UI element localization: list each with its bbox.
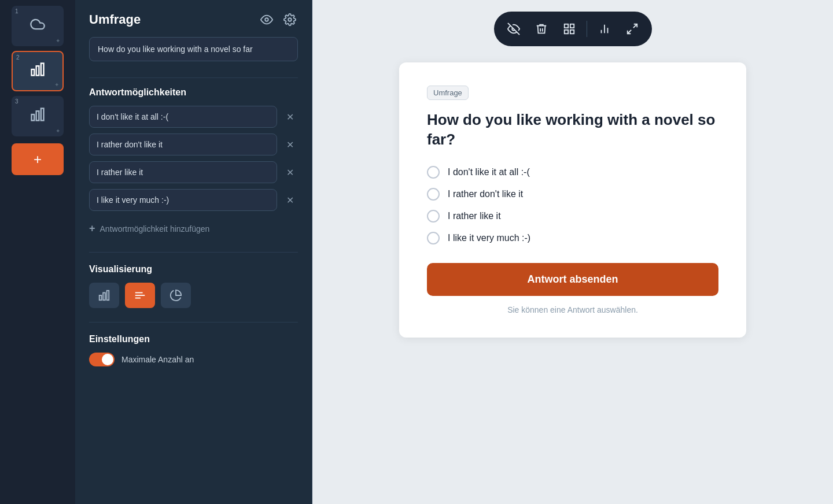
preview-option-4[interactable]: I like it very much :-) — [427, 232, 718, 244]
slide-cloud-icon — [30, 16, 46, 36]
slide-num-3: 3 — [15, 98, 19, 105]
add-answer-plus-icon: + — [89, 223, 95, 235]
viz-horizontal-bar-button[interactable] — [125, 283, 155, 308]
svg-line-22 — [633, 24, 636, 28]
answer-input-4[interactable] — [89, 189, 277, 211]
preview-option-text-2: I rather don't like it — [448, 189, 523, 199]
drag-handle-1: ✦ — [56, 38, 60, 44]
svg-rect-0 — [32, 69, 35, 76]
answers-section-title: Antwortmöglichkeiten — [89, 87, 298, 98]
divider-1 — [89, 77, 298, 78]
add-answer-label: Antwortmöglichkeit hinzufügen — [100, 224, 210, 234]
preview-option-text-1: I don't like it at all :-( — [448, 167, 530, 177]
preview-tag: Umfrage — [427, 86, 469, 100]
answer-input-2[interactable] — [89, 134, 277, 155]
viz-section-title: Visualisierung — [89, 264, 298, 275]
submit-button[interactable]: Antwort absenden — [427, 263, 718, 296]
slide-item-1[interactable]: 1 ✦ — [12, 6, 64, 46]
toggle-knob — [102, 354, 113, 365]
slide-item-2[interactable]: 2 ✦ — [12, 51, 64, 91]
preview-option-text-4: I like it very much :-) — [448, 233, 530, 243]
radio-circle-3 — [427, 210, 440, 223]
submit-hint: Sie können eine Antwort auswählen. — [427, 305, 718, 314]
hide-toolbar-button[interactable] — [501, 16, 526, 42]
radio-circle-4 — [427, 232, 440, 244]
remove-answer-4-button[interactable]: ✕ — [282, 192, 298, 208]
drag-handle-3: ✦ — [56, 128, 60, 134]
gear-button[interactable] — [282, 12, 298, 28]
slide-num-1: 1 — [15, 8, 19, 14]
svg-rect-8 — [99, 295, 102, 300]
main-content: Umfrage How do you like working with a n… — [312, 0, 833, 504]
svg-line-23 — [627, 30, 631, 34]
preview-option-2[interactable]: I rather don't like it — [427, 188, 718, 201]
svg-rect-5 — [41, 109, 44, 121]
slide-item-3[interactable]: 3 ✦ — [12, 96, 64, 136]
expand-toolbar-button[interactable] — [620, 16, 645, 42]
preview-option-3[interactable]: I rather like it — [427, 210, 718, 223]
remove-answer-1-button[interactable]: ✕ — [282, 109, 298, 125]
preview-options: I don't like it at all :-( I rather don'… — [427, 166, 718, 244]
viz-pie-chart-button[interactable] — [161, 283, 191, 308]
settings-panel: Umfrage Antwortmöglichkeiten ✕ ✕ ✕ ✕ — [75, 0, 312, 504]
toolbar-bar — [494, 12, 652, 46]
viz-section: Visualisierung — [89, 264, 298, 317]
settings-row-1: Maximale Anzahl an — [89, 353, 298, 366]
slide-num-2: 2 — [16, 54, 20, 61]
answer-item-2: ✕ — [89, 134, 298, 155]
viz-button-group — [89, 283, 298, 308]
svg-rect-3 — [32, 114, 35, 121]
slide-chart-icon-3 — [30, 106, 46, 126]
eye-button[interactable] — [259, 12, 275, 28]
preview-option-1[interactable]: I don't like it at all :-( — [427, 166, 718, 179]
svg-rect-18 — [564, 30, 567, 34]
panel-icon-group — [259, 12, 298, 28]
remove-answer-2-button[interactable]: ✕ — [282, 136, 298, 153]
divider-3 — [89, 322, 298, 323]
sidebar: 1 ✦ 2 ✦ 3 ✦ + — [0, 0, 75, 504]
svg-point-7 — [288, 18, 292, 21]
svg-rect-2 — [41, 64, 44, 76]
settings-section-title: Einstellungen — [89, 334, 298, 344]
add-answer-button[interactable]: + Antwortmöglichkeit hinzufügen — [89, 219, 298, 238]
svg-rect-9 — [103, 292, 105, 300]
radio-circle-2 — [427, 188, 440, 201]
radio-circle-1 — [427, 166, 440, 179]
settings-section: Einstellungen Maximale Anzahl an — [89, 334, 298, 366]
panel-header: Umfrage — [89, 12, 298, 28]
answer-list: ✕ ✕ ✕ ✕ — [89, 106, 298, 211]
chart-toolbar-button[interactable] — [592, 16, 617, 42]
preview-card: Umfrage How do you like working with a n… — [399, 62, 746, 338]
svg-rect-10 — [107, 291, 109, 301]
slide-chart-icon-2 — [30, 61, 46, 81]
svg-point-6 — [265, 18, 268, 21]
toolbar-divider — [587, 21, 587, 37]
svg-rect-15 — [564, 24, 567, 28]
add-slide-button[interactable]: + — [12, 143, 64, 175]
remove-answer-3-button[interactable]: ✕ — [282, 164, 298, 180]
viz-bar-chart-button[interactable] — [89, 283, 119, 308]
drag-handle-2: ✦ — [54, 81, 59, 88]
divider-2 — [89, 252, 298, 253]
answer-input-3[interactable] — [89, 161, 277, 183]
preview-question: How do you like working with a novel so … — [427, 110, 718, 150]
answer-item-3: ✕ — [89, 161, 298, 183]
settings-max-label: Maximale Anzahl an — [121, 355, 194, 364]
answer-item-1: ✕ — [89, 106, 298, 128]
answer-input-1[interactable] — [89, 106, 277, 128]
grid-toolbar-button[interactable] — [556, 16, 582, 42]
preview-option-text-3: I rather like it — [448, 211, 501, 221]
panel-title: Umfrage — [89, 12, 141, 27]
delete-toolbar-button[interactable] — [529, 16, 554, 42]
max-answers-toggle[interactable] — [89, 353, 115, 366]
svg-rect-1 — [36, 66, 39, 75]
svg-rect-4 — [36, 111, 39, 120]
answer-item-4: ✕ — [89, 189, 298, 211]
svg-rect-16 — [570, 24, 573, 28]
question-input[interactable] — [89, 37, 298, 61]
svg-rect-17 — [570, 30, 573, 34]
add-slide-icon: + — [34, 151, 42, 168]
